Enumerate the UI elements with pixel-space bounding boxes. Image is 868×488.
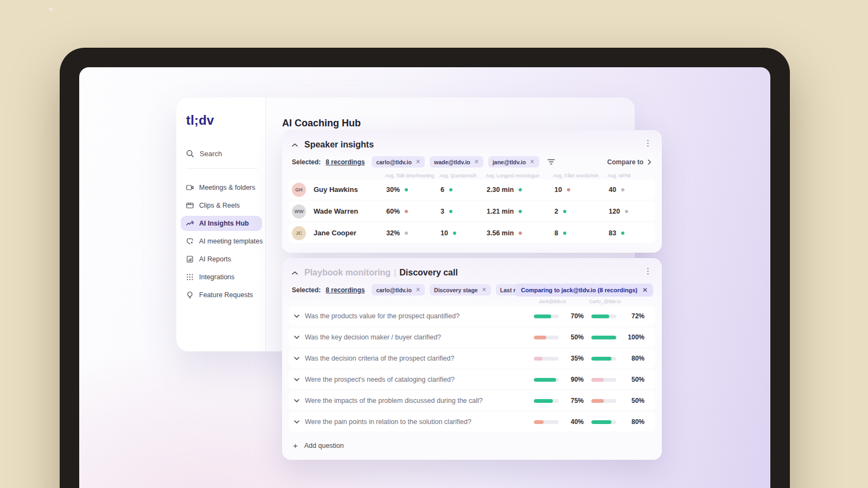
question-row[interactable]: Were the impacts of the problem discusse… (289, 391, 655, 410)
avatar: JC (292, 226, 306, 240)
status-dot-green (563, 210, 566, 213)
chevron-down-icon[interactable] (289, 420, 305, 423)
progress-fill (591, 357, 611, 361)
question-row[interactable]: Were the pain points in relation to the … (289, 412, 655, 432)
sidebar-item-integrations[interactable]: Integrations (181, 269, 262, 285)
sidebar-item-ai-meeting-templates[interactable]: AI meeting templates (181, 234, 262, 249)
speaker-name: Guy Hawkins (309, 185, 385, 194)
metric-cell: 3.56 min (486, 229, 553, 237)
speaker-name: Wade Warren (309, 207, 385, 215)
laptop-frame: tl;dv Search Meetings & foldersClips & R… (60, 48, 790, 488)
speaker-insights-panel: Speaker insights ⋮ Selected: 8 recording… (282, 130, 662, 253)
video-camera-icon (186, 184, 194, 191)
chevron-down-icon[interactable] (289, 378, 305, 381)
filter-chip-speaker-1[interactable]: wade@tldv.io✕ (430, 156, 483, 168)
sidebar-item-meetings-folders[interactable]: Meetings & folders (181, 180, 262, 195)
spacer (289, 173, 309, 178)
status-dot-green (453, 232, 456, 235)
table-row[interactable]: GHGuy Hawkins30%62.30 min1040 (289, 179, 655, 200)
clapperboard-icon (186, 202, 194, 209)
question-row[interactable]: Was the products value for the prospect … (289, 306, 655, 326)
chevron-down-icon[interactable] (289, 357, 305, 360)
question-row[interactable]: Was the decision criteria of the prospec… (289, 349, 655, 368)
question-text: Was the key decision maker / buyer clari… (305, 333, 534, 341)
table-row[interactable]: JCJane Cooper32%103.56 min883 (289, 223, 655, 243)
chevron-down-icon[interactable] (289, 314, 305, 318)
grid-dots-icon (186, 273, 194, 281)
filter-icon[interactable] (547, 159, 555, 165)
progress-bar-carlo (591, 399, 616, 403)
close-icon[interactable]: ✕ (474, 158, 479, 165)
selected-recordings-link[interactable]: 8 recordings (326, 158, 365, 166)
question-text: Were the prospect's needs of cataloging … (305, 376, 534, 383)
metric-value: 120 (609, 208, 620, 215)
search-input[interactable]: Search (186, 150, 222, 158)
chevron-down-icon[interactable] (289, 336, 305, 339)
progress-bar-jack (534, 357, 559, 361)
filter-chip-speaker-0[interactable]: carlo@tldv.io✕ (372, 156, 425, 168)
question-text: Was the products value for the prospect … (305, 312, 534, 320)
close-icon[interactable]: ✕ (416, 158, 420, 165)
sidebar-item-feature-requests[interactable]: Feature Requests (181, 287, 262, 303)
metric-value: 10 (554, 186, 562, 194)
question-row[interactable]: Was the key decision maker / buyer clari… (289, 328, 655, 347)
collapse-playbook-button[interactable] (292, 271, 298, 275)
question-row[interactable]: Were the prospect's needs of cataloging … (289, 370, 655, 389)
comparing-chip[interactable]: Comparing to jack@tldv.io (8 recordings)… (515, 284, 653, 297)
close-icon[interactable]: ✕ (642, 286, 648, 294)
selected-label: Selected: (292, 158, 321, 166)
playbook-column-labels: Jack@tldv.io Carlo_@tldv.io (282, 297, 662, 306)
progress-bar-carlo (591, 314, 616, 318)
selected-recordings-link[interactable]: 8 recordings (326, 286, 365, 294)
collapse-speaker-button[interactable] (292, 143, 298, 147)
question-text: Was the decision criteria of the prospec… (305, 355, 534, 362)
sidebar-item-label: AI Reports (199, 255, 231, 263)
metric-value: 6 (441, 186, 444, 194)
chevron-up-icon (292, 143, 298, 147)
metric-cell: 40 (608, 186, 655, 194)
status-dot-green (563, 232, 566, 235)
sidebar-item-label: Integrations (199, 273, 234, 281)
sidebar-item-clips-reels[interactable]: Clips & Reels (181, 198, 262, 213)
percent-carlo: 80% (616, 355, 655, 362)
percent-carlo: 50% (616, 397, 655, 404)
compare-to-button[interactable]: Compare to (607, 158, 651, 166)
metric-cell: 60% (385, 208, 439, 215)
filter-chip-label: jane@tldv.io (493, 159, 526, 165)
metric-cell: 8 (553, 229, 608, 237)
sidebar-nav: Meetings & foldersClips & ReelsAI Insigh… (181, 180, 262, 305)
spacer (309, 173, 385, 178)
metric-value: 8 (554, 229, 558, 237)
tldv-logo[interactable]: tl;dv (186, 113, 214, 128)
selected-label: Selected: (292, 286, 321, 294)
lightbulb-icon (186, 291, 194, 299)
filter-chip-playbook-1[interactable]: Discovery stage✕ (430, 284, 491, 296)
progress-fill (591, 399, 604, 403)
chevron-down-icon[interactable] (289, 399, 305, 402)
column-header: Avg. WPM (608, 173, 655, 178)
playbook-menu-button[interactable]: ⋮ (642, 267, 654, 275)
percent-jack: 90% (559, 376, 591, 383)
status-dot-green (449, 188, 452, 191)
question-text: Were the impacts of the problem discusse… (305, 397, 534, 404)
sidebar-item-label: AI Insights Hub (199, 220, 249, 227)
table-row[interactable]: WWWade Warren60%31.21 min2120 (289, 201, 655, 221)
sidebar-item-ai-reports[interactable]: AI Reports (181, 252, 262, 267)
filter-chip-speaker-2[interactable]: jane@tldv.io✕ (488, 156, 539, 168)
report-icon (186, 255, 194, 263)
metric-value: 2.30 min (487, 186, 514, 194)
sidebar-item-ai-insights-hub[interactable]: AI Insights Hub (181, 216, 262, 231)
close-icon[interactable]: ✕ (482, 286, 487, 293)
filter-chip-label: wade@tldv.io (434, 159, 470, 165)
add-question-button[interactable]: + Add question (289, 436, 655, 455)
progress-bar-carlo (591, 420, 616, 424)
status-dot-green (519, 210, 522, 213)
metric-value: 83 (609, 229, 616, 237)
close-icon[interactable]: ✕ (416, 286, 420, 293)
chevron-up-icon (292, 271, 298, 275)
filter-chip-playbook-0[interactable]: carlo@tldv.io✕ (372, 284, 425, 296)
close-icon[interactable]: ✕ (529, 158, 534, 165)
metric-value: 2 (554, 208, 558, 215)
question-list: Was the products value for the prospect … (282, 306, 662, 432)
speaker-menu-button[interactable]: ⋮ (642, 139, 654, 147)
